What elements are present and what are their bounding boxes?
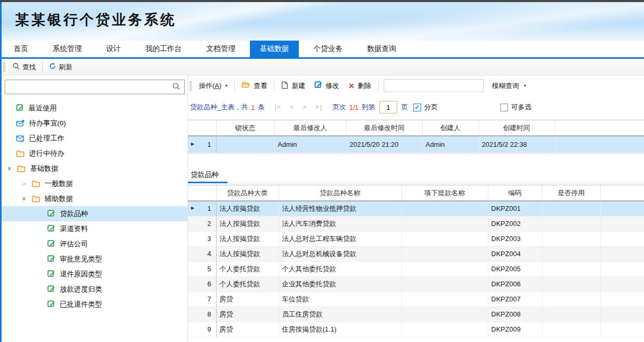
delete-button[interactable]: ✕ 删除 — [344, 81, 376, 91]
table-row[interactable]: ▶1 Admin 2021/5/20 21:20 Admin 2021/5/2 … — [188, 136, 644, 153]
column-header[interactable]: 项下提款名称 — [401, 185, 488, 201]
current-row-arrow-icon: ▶ — [191, 206, 194, 210]
view-button[interactable]: 查看 — [237, 81, 272, 91]
action-toolbar: 操作(A) ▼ 查看 新建 修改 ✕ — [188, 75, 644, 96]
pager-nav: |< < > >| — [272, 104, 325, 111]
column-header[interactable]: 创建人 — [422, 120, 478, 136]
sidebar-item-aux-data[interactable]: ∨ 辅助数据 — [2, 191, 187, 206]
code-cell: DKPZ004 — [488, 246, 542, 261]
page-title: 某某银行个贷业务系统 — [15, 10, 176, 29]
main-panel: 操作(A) ▼ 查看 新建 修改 ✕ — [188, 75, 644, 342]
tree-item-label: 贷款品种 — [60, 209, 88, 219]
quick-filter-input[interactable] — [384, 79, 484, 92]
first-page-button[interactable]: |< — [274, 104, 282, 111]
tab-workbench[interactable]: 我的工作台 — [135, 41, 192, 57]
chevron-right-icon[interactable]: > — [20, 181, 28, 187]
sidebar-item-loan-type[interactable]: 贷款品种 — [2, 206, 187, 221]
operation-menu-button[interactable]: 操作(A) ▼ — [195, 81, 232, 91]
count-prefix: ，共 — [234, 103, 248, 112]
column-header — [554, 120, 644, 136]
sidebar-search-input[interactable] — [5, 80, 172, 94]
disabled-cell — [542, 261, 600, 276]
edit-button[interactable]: 修改 — [310, 81, 344, 91]
sidebar-item-inprogress[interactable]: 进行中待办 — [2, 146, 187, 161]
tab-doc-mgmt[interactable]: 文档管理 — [196, 41, 245, 57]
search-icon[interactable] — [172, 82, 180, 92]
column-header[interactable]: 锁状态 — [216, 120, 274, 136]
tab-loan-type-detail[interactable]: 贷款品种 — [191, 170, 219, 180]
column-header[interactable]: 最后修改时间 — [346, 120, 422, 136]
sidebar-item-processed[interactable]: 已处理工作 — [2, 131, 187, 146]
edit-doc-icon — [47, 210, 55, 218]
column-header[interactable]: 最后修改人 — [274, 120, 346, 136]
chevron-down-icon[interactable]: ∨ — [20, 195, 28, 202]
column-header[interactable]: 编码 — [488, 185, 542, 201]
table-row[interactable]: 5 个人委托贷款 个人其他委托贷款 DKPZ005 — [188, 261, 644, 276]
sidebar-item-approval-opinion-type[interactable]: 审批意见类型 — [2, 251, 187, 267]
chevron-down-icon[interactable]: ∨ — [6, 165, 13, 172]
row-indicator-header — [188, 185, 216, 201]
sidebar-item-basic-data[interactable]: ∨ 基础数据 — [2, 161, 187, 176]
multiselect-label: 可多选 — [511, 103, 532, 112]
column-header[interactable]: 创建时间 — [478, 120, 554, 136]
sidebar-item-channel[interactable]: 渠道资料 — [2, 221, 187, 236]
last-page-button[interactable]: >| — [315, 104, 323, 111]
search-icon — [12, 62, 20, 71]
last-modifier-cell: Admin — [274, 136, 346, 153]
table-row[interactable]: 6 个人委托贷款 企业其他委托贷款 DKPZ006 — [188, 276, 644, 292]
sidebar-item-return-reason-type[interactable]: 退件原因类型 — [2, 267, 187, 282]
tab-loan-business[interactable]: 个贷业务 — [304, 41, 352, 57]
category-cell: 房贷 — [216, 322, 279, 337]
sidebar-item-disbursement-progress[interactable]: 放款进度归类 — [2, 282, 187, 297]
category-cell: 个人委托贷款 — [216, 261, 279, 276]
column-header[interactable]: 贷款品种大类 — [216, 185, 279, 201]
sidebar-item-recent[interactable]: 最近使用 — [2, 100, 187, 116]
column-header[interactable]: 是否停用 — [542, 185, 600, 201]
sidebar-item-general-data[interactable]: > 一般数据 — [2, 176, 187, 191]
name-cell: 法人经营性物业抵押贷款 — [279, 201, 401, 216]
table-row[interactable]: 8 房贷 员工住房贷款 DKPZ008 — [188, 307, 644, 322]
goto-page-input[interactable] — [380, 101, 397, 113]
tab-design[interactable]: 设计 — [96, 41, 131, 57]
new-button[interactable]: 新建 — [276, 81, 310, 91]
content-area: 最近使用 待办事宜(0) 已处理工作 进行中待办 ∨ 基础数据 — [2, 75, 644, 342]
toolbar-separator — [274, 81, 274, 91]
name-cell: 车位贷款 — [279, 292, 401, 307]
find-button[interactable]: 查找 — [8, 61, 40, 73]
table-row[interactable]: 7 房贷 车位贷款 DKPZ007 — [188, 292, 644, 307]
sidebar-item-assess-company[interactable]: 评估公司 — [2, 236, 187, 251]
tree-item-label: 评估公司 — [60, 239, 88, 249]
sidebar-item-todo[interactable]: 待办事宜(0) — [2, 116, 187, 131]
tab-system-mgmt[interactable]: 系统管理 — [43, 41, 92, 57]
next-page-button[interactable]: > — [302, 104, 307, 111]
name-cell: 企业其他委托贷款 — [279, 276, 401, 292]
name-cell: 住房按揭贷款(1.1) — [279, 322, 401, 337]
tab-basic-data[interactable]: 基础数据 — [250, 41, 299, 57]
toolbar-grip[interactable] — [3, 62, 5, 72]
row-number-cell: 3 — [188, 231, 216, 246]
toolbar-grip[interactable] — [190, 81, 192, 91]
paging-checkbox[interactable]: ✓ — [413, 104, 421, 111]
row-number-cell: 9 — [188, 322, 216, 337]
tab-data-query[interactable]: 数据查询 — [357, 41, 406, 57]
name-cell: 个人其他委托贷款 — [279, 261, 401, 276]
table-row[interactable]: 2 法人按揭贷款 法人汽车消费贷款 DKPZ002 — [188, 216, 644, 231]
tree-item-label: 审批意见类型 — [60, 255, 102, 264]
withdraw-cell — [401, 307, 488, 322]
master-header-row: 锁状态 最后修改人 最后修改时间 创建人 创建时间 — [188, 120, 644, 136]
refresh-button[interactable]: 刷新 — [45, 61, 77, 73]
multiselect-checkbox[interactable]: ✓ — [500, 104, 508, 111]
tab-home[interactable]: 首页 — [4, 41, 38, 57]
disabled-cell — [542, 231, 600, 246]
table-row[interactable]: 9 房贷 住房按揭贷款(1.1) DKPZ009 — [188, 322, 644, 337]
table-row[interactable]: 3 法人按揭贷款 法人总对总工程车辆贷款 DKPZ003 — [188, 231, 644, 246]
table-row[interactable]: ▶1 法人按揭贷款 法人经营性物业抵押贷款 DKPZ001 — [188, 201, 644, 216]
detail-tab-bar: 贷款品种 — [188, 170, 644, 185]
prev-page-button[interactable]: < — [290, 104, 295, 111]
disabled-cell — [542, 216, 600, 231]
withdraw-cell — [401, 201, 488, 216]
table-row[interactable]: 4 法人按揭贷款 法人总对总机械设备贷款 DKPZ004 — [188, 246, 644, 261]
sidebar-item-approved-return-type[interactable]: 已批退件类型 — [2, 297, 187, 312]
fuzzy-query-dropdown[interactable]: 模糊查询 ▼ — [492, 81, 527, 91]
column-header[interactable]: 贷款品种名称 — [279, 185, 401, 201]
